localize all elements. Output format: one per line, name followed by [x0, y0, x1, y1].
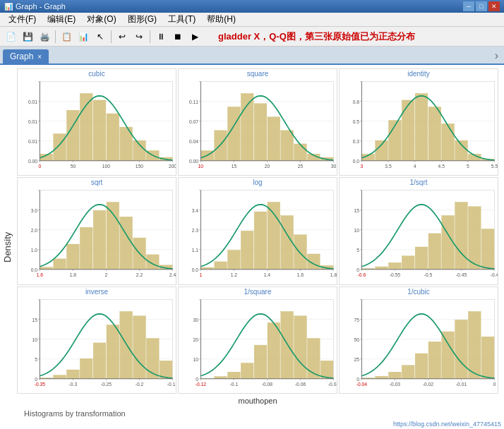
svg-text:-0.01: -0.01	[456, 382, 467, 387]
toolbar-annotation: gladder X，Q-Q图，第三张原始值已为正态分布	[218, 30, 501, 43]
svg-text:-0.06: -0.06	[295, 382, 306, 387]
x-axis-label: mouthopen	[17, 395, 498, 406]
redo-button[interactable]: ↪	[131, 29, 147, 44]
svg-rect-235	[107, 325, 119, 378]
chart-button[interactable]: 📊	[76, 29, 91, 44]
plot-inner: 0102030-0.12-0.1-0.08-0.06-0.04	[179, 296, 337, 393]
svg-text:0.04: 0.04	[189, 139, 198, 144]
svg-rect-10	[93, 100, 106, 161]
svg-text:-0.12: -0.12	[196, 382, 207, 387]
svg-text:30: 30	[193, 318, 199, 322]
svg-rect-201	[468, 207, 481, 270]
save-button[interactable]: 💾	[20, 29, 35, 44]
svg-text:2: 2	[105, 272, 108, 277]
stop-button[interactable]: ⏹	[170, 29, 186, 44]
svg-text:200: 200	[169, 164, 176, 169]
copy-button[interactable]: 📋	[59, 29, 74, 44]
svg-rect-268	[215, 376, 227, 378]
plot-inner: 0.00.30.50.833.544.555.5	[340, 78, 498, 175]
svg-rect-86	[442, 123, 455, 160]
plot-title: 1/cubic	[340, 287, 498, 296]
svg-text:1: 1	[199, 272, 202, 277]
svg-rect-45	[228, 107, 241, 160]
svg-text:0.11: 0.11	[189, 99, 198, 104]
print-button[interactable]: 🖨️	[37, 29, 52, 44]
menu-item[interactable]: 图形(G)	[122, 12, 162, 27]
svg-text:20: 20	[193, 337, 199, 342]
undo-button[interactable]: ↩	[114, 29, 130, 44]
svg-text:2.4: 2.4	[169, 272, 176, 277]
plot-cell: cubic0.000.010.010.01050100150200	[17, 68, 176, 176]
menu-item[interactable]: 对象(O)	[81, 12, 121, 27]
svg-rect-85	[428, 107, 441, 160]
new-button[interactable]: 📄	[3, 29, 18, 44]
svg-text:-0.04: -0.04	[356, 382, 368, 387]
y-axis-label: Density	[0, 65, 14, 429]
svg-rect-197	[415, 247, 428, 270]
plot-inner: 0.01.02.03.01.61.822.22.4	[18, 187, 176, 284]
svg-text:1.8: 1.8	[330, 272, 337, 277]
menu-item[interactable]: 帮助(H)	[201, 12, 241, 27]
tab-close-button[interactable]: ×	[37, 53, 42, 61]
svg-text:0: 0	[493, 382, 496, 387]
svg-rect-124	[107, 203, 119, 270]
plot-cell: identity0.00.30.50.833.544.555.5	[339, 68, 498, 176]
svg-text:5: 5	[467, 164, 469, 169]
svg-text:0.0: 0.0	[192, 268, 199, 273]
plot-cell: sqrt0.01.02.03.01.61.822.22.4	[17, 177, 176, 284]
svg-rect-274	[294, 316, 307, 379]
svg-text:0.8: 0.8	[353, 99, 360, 104]
svg-rect-237	[133, 316, 146, 379]
pause-button[interactable]: ⏸	[153, 29, 169, 44]
menu-item[interactable]: 工具(T)	[162, 12, 201, 27]
svg-text:-0.3: -0.3	[69, 382, 78, 387]
svg-rect-310	[442, 332, 455, 379]
svg-rect-305	[376, 376, 388, 379]
maximize-button[interactable]: □	[476, 1, 487, 11]
svg-rect-270	[241, 363, 253, 378]
svg-rect-163	[294, 235, 307, 270]
svg-text:-0.2: -0.2	[136, 382, 144, 387]
svg-rect-159	[241, 231, 253, 270]
cursor-button[interactable]: ↖	[92, 29, 108, 44]
play-button[interactable]: ▶	[187, 29, 203, 44]
minimize-button[interactable]: ─	[463, 1, 474, 11]
title-bar: 📊 Graph - Graph ─ □ ✕	[0, 0, 504, 13]
plot-title: log	[179, 178, 337, 187]
svg-rect-273	[281, 311, 294, 378]
svg-text:50: 50	[354, 337, 360, 342]
plot-title: square	[179, 69, 337, 78]
plot-inner: 051015-0.6-0.55-0.5-0.45-0.4	[340, 187, 498, 284]
svg-rect-48	[268, 117, 280, 161]
svg-rect-161	[268, 203, 280, 270]
svg-text:1.6: 1.6	[297, 272, 304, 277]
plot-cell: square0.000.040.070.111015202530	[178, 68, 337, 176]
separator-1	[55, 30, 56, 43]
menu-item[interactable]: 编辑(E)	[42, 12, 81, 27]
svg-text:-0.02: -0.02	[423, 382, 434, 387]
svg-rect-160	[254, 212, 267, 270]
svg-text:1.6: 1.6	[37, 272, 44, 277]
svg-text:10: 10	[32, 337, 38, 342]
plot-inner: 051015-0.35-0.3-0.25-0.2-0.15	[18, 296, 176, 393]
svg-rect-120	[54, 259, 66, 270]
close-button[interactable]: ✕	[488, 1, 500, 11]
svg-rect-123	[93, 211, 106, 270]
svg-rect-200	[455, 203, 468, 270]
svg-text:-0.04: -0.04	[328, 382, 337, 387]
svg-rect-307	[402, 365, 414, 378]
svg-rect-195	[389, 263, 402, 270]
svg-text:20: 20	[265, 164, 270, 169]
svg-text:5: 5	[356, 248, 359, 253]
svg-rect-83	[402, 100, 414, 161]
plot-inner: 0.01.12.33.411.21.41.61.8	[179, 187, 337, 284]
svg-text:0.5: 0.5	[353, 119, 360, 124]
tab-scroll-right[interactable]: ›	[492, 48, 501, 64]
svg-rect-272	[268, 322, 280, 378]
graph-tab[interactable]: Graph ×	[3, 49, 49, 64]
menu-item[interactable]: 文件(F)	[3, 12, 42, 27]
plot-cell: 1/sqrt051015-0.6-0.55-0.5-0.45-0.4	[339, 177, 498, 284]
svg-rect-269	[228, 372, 241, 379]
svg-rect-125	[120, 217, 133, 270]
svg-text:0.07: 0.07	[189, 119, 198, 124]
